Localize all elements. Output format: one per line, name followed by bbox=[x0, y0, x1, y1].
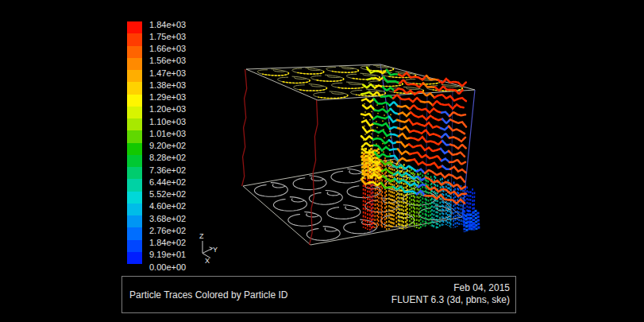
legend-tick-label: 4.60e+02 bbox=[149, 201, 213, 211]
legend-color-band bbox=[127, 167, 142, 179]
fluent-graphics-window: Z Y X 1.84e+031.75e+031.66e+031.56e+031.… bbox=[0, 0, 644, 322]
legend-tick-label: 5.52e+02 bbox=[149, 189, 213, 200]
legend-color-band bbox=[127, 215, 142, 227]
caption-app-version: FLUENT 6.3 (3d, pbns, ske) bbox=[391, 294, 510, 306]
colormap-legend: 1.84e+031.75e+031.66e+031.56e+031.47e+03… bbox=[127, 21, 142, 264]
legend-color-band bbox=[127, 204, 142, 215]
legend-color-band bbox=[127, 70, 142, 82]
legend-color-band bbox=[127, 179, 142, 191]
legend-color-band bbox=[127, 240, 142, 252]
colormap-bar bbox=[127, 21, 142, 264]
legend-tick-label: 1.66e+03 bbox=[149, 44, 213, 54]
legend-color-band bbox=[127, 143, 142, 155]
legend-color-band bbox=[127, 95, 142, 107]
legend-tick-label: 1.84e+03 bbox=[149, 20, 213, 30]
caption-title: Particle Traces Colored by Particle ID bbox=[129, 289, 287, 301]
viewport-3d[interactable]: Z Y X bbox=[0, 0, 644, 322]
legend-tick-label: 7.36e+02 bbox=[149, 165, 213, 176]
legend-color-band bbox=[127, 192, 142, 204]
legend-tick-label: 1.10e+03 bbox=[149, 117, 213, 127]
legend-color-band bbox=[127, 130, 142, 142]
legend-color-band bbox=[127, 155, 142, 167]
legend-tick-label: 1.29e+03 bbox=[149, 92, 213, 103]
legend-tick-label: 1.47e+03 bbox=[149, 68, 213, 79]
legend-color-band bbox=[127, 252, 142, 264]
legend-color-band bbox=[127, 58, 142, 70]
caption-date: Feb 04, 2015 bbox=[391, 282, 510, 294]
legend-color-band bbox=[127, 227, 142, 239]
legend-tick-label: 3.68e+02 bbox=[149, 214, 213, 224]
legend-tick-label: 1.56e+03 bbox=[149, 56, 213, 66]
legend-tick-label: 1.84e+02 bbox=[149, 238, 213, 248]
legend-tick-label: 6.44e+02 bbox=[149, 177, 213, 188]
legend-tick-label: 9.20e+02 bbox=[149, 141, 213, 151]
legend-tick-label: 1.01e+03 bbox=[149, 129, 213, 139]
legend-tick-label: 1.75e+03 bbox=[149, 32, 213, 42]
legend-tick-label: 0.00e+00 bbox=[149, 262, 213, 273]
caption-bar: Particle Traces Colored by Particle ID F… bbox=[121, 276, 516, 313]
legend-tick-label: 2.76e+02 bbox=[149, 226, 213, 236]
legend-color-band bbox=[127, 21, 142, 33]
legend-color-band bbox=[127, 107, 142, 118]
y-axis-label: Y bbox=[213, 246, 218, 254]
legend-tick-label: 8.28e+02 bbox=[149, 153, 213, 163]
legend-tick-label: 1.38e+03 bbox=[149, 80, 213, 91]
legend-color-band bbox=[127, 118, 142, 130]
legend-tick-label: 1.20e+03 bbox=[149, 104, 213, 114]
legend-color-band bbox=[127, 33, 142, 45]
legend-tick-label: 9.19e+01 bbox=[149, 250, 213, 260]
legend-color-band bbox=[127, 46, 142, 58]
legend-color-band bbox=[127, 82, 142, 94]
